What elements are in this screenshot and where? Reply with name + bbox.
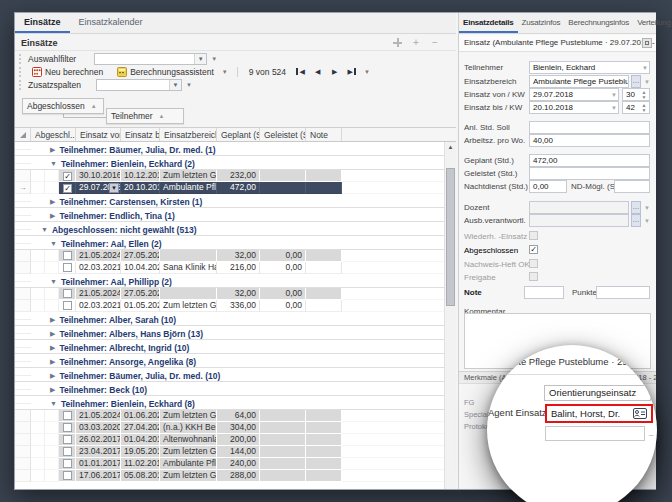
- chevron-down-icon[interactable]: ▼: [644, 218, 650, 224]
- row-checkbox[interactable]: [63, 263, 72, 272]
- einsatz-von-cell[interactable]: 21.05.2024: [76, 288, 121, 300]
- column-header-geleistet[interactable]: Geleistet (Std.): [260, 128, 306, 141]
- einsatz-bis-cell[interactable]: 10.12.2016: [121, 170, 160, 182]
- toolbar-grip[interactable]: [19, 67, 23, 77]
- toolbar-grip[interactable]: [19, 80, 23, 90]
- row-checkbox[interactable]: ✓: [63, 172, 72, 181]
- row-checkbox[interactable]: [63, 289, 72, 298]
- abgeschlossen-cell[interactable]: [59, 422, 76, 434]
- expand-group-icon[interactable]: ▶: [50, 372, 55, 380]
- column-header-geplant[interactable]: Geplant (Std.): [217, 128, 260, 141]
- einsatz-bis-cell[interactable]: 05.08.2017: [121, 470, 160, 482]
- note-cell[interactable]: [306, 262, 342, 274]
- geplant-cell[interactable]: 288,00: [217, 470, 260, 482]
- einsatz-bis-cell[interactable]: 20.10.2018: [121, 182, 160, 194]
- previous-record-button[interactable]: ◀: [309, 66, 326, 77]
- einsatz-bis-cell[interactable]: 27.05.2024: [121, 288, 160, 300]
- note-cell[interactable]: [306, 470, 342, 482]
- ausb-verantwortl-combobox[interactable]: [529, 214, 629, 227]
- einsatz-row[interactable]: 02.03.202110.04.2021Sana Klinik Ham...21…: [15, 262, 444, 274]
- group-row[interactable]: ▶Teilnehmer: Bäumer, Julia, Dr. med. (10…: [15, 368, 444, 382]
- abgeschlossen-cell[interactable]: [59, 250, 76, 262]
- zusatzspalten-combobox[interactable]: ▼: [96, 79, 182, 91]
- group-row[interactable]: ▼Teilnehmer: Aal, Ellen (2): [15, 236, 444, 250]
- abgeschlossen-checkbox[interactable]: ✓: [529, 245, 538, 254]
- geleistet-cell[interactable]: 0,00: [260, 250, 306, 262]
- expand-group-icon[interactable]: ▶: [50, 344, 55, 352]
- row-checkbox[interactable]: [63, 447, 72, 456]
- tab-zusatzinfos[interactable]: Zusatzinfos: [518, 13, 565, 33]
- abgeschlossen-cell[interactable]: [59, 446, 76, 458]
- berechnungsassistent-button[interactable]: Berechnungsassistent: [113, 66, 218, 78]
- expand-group-icon[interactable]: ▶: [50, 198, 55, 206]
- expand-group-icon[interactable]: ▶: [50, 212, 55, 220]
- row-checkbox[interactable]: [63, 459, 72, 468]
- row-checkbox[interactable]: [63, 411, 72, 420]
- einsatz-von-cell[interactable]: 03.03.2020: [76, 422, 121, 434]
- arbeitsz-pro-wo-input[interactable]: 40,00: [529, 134, 650, 147]
- group-row[interactable]: ▶Teilnehmer: Endlich, Tina (1): [15, 208, 444, 222]
- toolbar-grip[interactable]: [19, 54, 23, 64]
- special-agent-field-highlighted[interactable]: Balint, Horst, Dr.: [545, 404, 653, 423]
- geleistet-cell[interactable]: [260, 422, 306, 434]
- minimize-icon[interactable]: −: [430, 38, 440, 48]
- geleistet-cell[interactable]: [260, 410, 306, 422]
- vertical-scrollbar[interactable]: ▲: [444, 142, 456, 489]
- einsatz-row[interactable]: →✓29.07.2018▼20.10.2018Ambulante Pfleg..…: [15, 182, 444, 194]
- einsatzbereich-cell[interactable]: Altenwohnanlage...: [160, 434, 217, 446]
- date-dropdown-button[interactable]: ▼: [109, 183, 119, 193]
- collapse-group-icon[interactable]: ▼: [50, 278, 57, 285]
- tab-berechnungsinfos[interactable]: Berechnungsinfos: [564, 13, 633, 33]
- geplant-cell[interactable]: 32,00: [217, 250, 260, 262]
- ellipsis-button[interactable]: …: [631, 214, 641, 227]
- chevron-down-icon[interactable]: ▼: [644, 205, 650, 211]
- chevron-down-icon[interactable]: ▼: [169, 80, 181, 90]
- einsatzbereich-cell[interactable]: Zum letzten Glück: [160, 470, 217, 482]
- nachweis-checkbox[interactable]: [529, 259, 538, 268]
- group-row[interactable]: ▶Teilnehmer: Carstensen, Kirsten (1): [15, 194, 444, 208]
- spinner-icon[interactable]: ▲▼: [640, 90, 648, 100]
- einsatz-von-cell[interactable]: 30.10.2016: [76, 170, 121, 182]
- collapse-group-icon[interactable]: ▼: [50, 240, 57, 247]
- spinner-icon[interactable]: ▲▼: [640, 103, 648, 113]
- geplant-cell[interactable]: 200,00: [217, 434, 260, 446]
- einsatz-bis-cell[interactable]: 27.04.2020: [121, 422, 160, 434]
- einsatz-von-datefield[interactable]: 29.07.2018▼: [529, 88, 619, 101]
- note-cell[interactable]: [306, 410, 342, 422]
- abgeschlossen-cell[interactable]: [59, 410, 76, 422]
- abgeschlossen-cell[interactable]: ✓: [59, 182, 76, 194]
- einsatzbereich-cell[interactable]: (n.a.) KKH Bergd...: [160, 422, 217, 434]
- column-header-abgeschlossen[interactable]: Abgeschl...▲: [31, 128, 76, 141]
- scrollbar-thumb[interactable]: [446, 168, 455, 306]
- kw-von-spinner[interactable]: 30▲▼: [622, 88, 650, 101]
- protokoll-input[interactable]: [545, 426, 645, 441]
- row-checkbox[interactable]: [63, 251, 72, 260]
- einsatz-bis-cell[interactable]: 01.04.2017: [121, 434, 160, 446]
- geplant-cell[interactable]: 304,00: [217, 422, 260, 434]
- last-record-button[interactable]: ▶: [343, 66, 360, 77]
- assistant-dropdown[interactable]: ▼: [218, 69, 232, 75]
- einsatz-bis-cell[interactable]: 27.05.2024: [121, 250, 160, 262]
- navigation-dropdown[interactable]: ▼: [360, 69, 374, 75]
- einsatzbereich-cell[interactable]: Ambulante Pfleg...: [160, 458, 217, 470]
- group-row[interactable]: ▼Teilnehmer: Bienlein, Eckhard (8): [15, 396, 444, 410]
- row-checkbox[interactable]: ✓: [63, 184, 72, 193]
- filter-options-dropdown[interactable]: ▼: [207, 56, 221, 62]
- auswahlfilter-combobox[interactable]: ▼: [94, 53, 207, 65]
- first-record-button[interactable]: ◀: [292, 66, 309, 77]
- geleistet-cell[interactable]: [260, 446, 306, 458]
- group-row[interactable]: ▼Teilnehmer: Bienlein, Eckhard (2): [15, 156, 444, 170]
- tab-einsatzdetails[interactable]: Einsatzdetails: [459, 13, 518, 33]
- wiederh-checkbox[interactable]: [529, 231, 538, 240]
- tab-einsaetze[interactable]: Einsätze: [15, 13, 70, 33]
- group-chip-abgeschlossen[interactable]: Abgeschlossen ▲: [22, 98, 104, 114]
- geleistet-cell[interactable]: [260, 470, 306, 482]
- note-cell[interactable]: [306, 458, 342, 470]
- abgeschlossen-cell[interactable]: [59, 262, 76, 274]
- einsatz-row[interactable]: 23.04.201719.05.2017Zum letzten Glück144…: [15, 446, 444, 458]
- abgeschlossen-cell[interactable]: [59, 434, 76, 446]
- chevron-down-icon[interactable]: ▼: [611, 105, 617, 111]
- next-record-button[interactable]: ▶: [326, 66, 343, 77]
- group-row[interactable]: ▼Teilnehmer: Aal, Phillipp (2): [15, 274, 444, 288]
- chevron-down-icon[interactable]: ▼: [642, 65, 648, 71]
